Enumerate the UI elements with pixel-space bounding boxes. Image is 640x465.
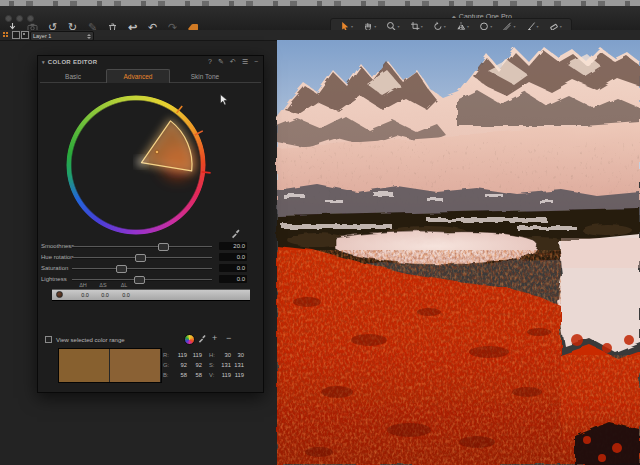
selection-color-swatch[interactable] <box>56 291 63 298</box>
chevron-down-icon: ▾ <box>444 24 446 29</box>
readout-row: B: 58 58 V: 119 119 <box>163 370 258 380</box>
readout-value: 131 <box>231 362 244 368</box>
remove-selection-button[interactable]: − <box>226 333 231 343</box>
eyedropper-icon[interactable] <box>198 334 206 343</box>
slider-value[interactable]: 0.0 <box>219 253 247 261</box>
slider-value[interactable]: 0.0 <box>219 264 247 272</box>
chevron-down-icon: ▾ <box>467 24 469 29</box>
panel-title: COLOR EDITOR <box>48 59 98 65</box>
panel-header-icons: ? ✎ ↶ ☰ − <box>208 58 258 65</box>
chevron-down-icon: ▾ <box>560 24 562 29</box>
tab-advanced[interactable]: Advanced <box>106 69 170 83</box>
delta-s-header: ΔS <box>96 282 110 288</box>
pick-color-eyedropper-icon[interactable] <box>231 229 240 238</box>
slider-handle[interactable] <box>158 243 169 251</box>
collapse-icon[interactable]: − <box>254 58 258 65</box>
readout-row: G: 92 92 S: 131 131 <box>163 360 258 370</box>
image-viewer <box>277 40 640 465</box>
delta-l-value: 0.0 <box>119 292 133 298</box>
compare-view-icon[interactable] <box>21 31 29 39</box>
single-view-icon[interactable] <box>12 31 20 39</box>
readout-value: 131 <box>218 362 231 368</box>
chevron-down-icon: ▾ <box>513 24 515 29</box>
color-wheel[interactable] <box>66 95 206 235</box>
color-readout: R: 119 119 H: 30 30 G: 92 92 S: 131 131 … <box>163 350 258 380</box>
panel-title-group: ▾ COLOR EDITOR <box>42 59 97 65</box>
delta-s-value: 0.0 <box>98 292 112 298</box>
readout-label: R: <box>163 352 172 358</box>
readout-value: 119 <box>172 352 187 358</box>
readout-row: R: 119 119 H: 30 30 <box>163 350 258 360</box>
readout-value: 30 <box>231 352 244 358</box>
readout-label: G: <box>163 362 172 368</box>
readout-label: B: <box>163 372 172 378</box>
slider-value[interactable]: 0.0 <box>219 275 247 283</box>
readout-value: 92 <box>187 362 202 368</box>
readout-value: 58 <box>187 372 202 378</box>
chevron-down-icon: ▾ <box>537 24 539 29</box>
slider-label: Saturation <box>41 265 68 271</box>
grid-view-icon[interactable] <box>3 32 5 34</box>
layer-selector[interactable]: Layer 1 <box>30 31 94 41</box>
tab-basic[interactable]: Basic <box>40 70 106 82</box>
chevron-down-icon: ▾ <box>374 24 376 29</box>
readout-label: V: <box>209 372 218 378</box>
swatch-after <box>110 349 160 382</box>
photo-canvas[interactable] <box>277 40 640 465</box>
disclosure-icon[interactable]: ▾ <box>42 59 45 65</box>
slider-handle[interactable] <box>134 276 145 284</box>
hue-ring[interactable] <box>66 95 206 235</box>
chevron-down-icon: ▾ <box>421 24 423 29</box>
view-range-checkbox[interactable] <box>45 336 52 343</box>
slider-row-lightness: Lightness 0.0 <box>38 275 263 284</box>
chevron-down-icon: ▾ <box>351 24 353 29</box>
delta-l-header: ΔL <box>117 282 131 288</box>
readout-value: 30 <box>218 352 231 358</box>
slider-row-saturation: Saturation 0.0 <box>38 264 263 273</box>
add-selection-button[interactable]: + <box>212 333 217 343</box>
layer-selector-value: Layer 1 <box>33 33 51 39</box>
readout-value: 119 <box>218 372 231 378</box>
compare-view-dot <box>23 33 25 35</box>
readout-label: H: <box>209 352 218 358</box>
tab-skin-tone[interactable]: Skin Tone <box>170 70 240 82</box>
slider-track[interactable] <box>72 268 212 270</box>
before-after-swatches <box>58 348 162 383</box>
color-editor-panel: ▾ COLOR EDITOR ? ✎ ↶ ☰ − Basic Advanced … <box>37 55 264 393</box>
swatch-before <box>59 349 110 382</box>
slider-handle[interactable] <box>135 254 146 262</box>
readout-value: 119 <box>231 372 244 378</box>
view-range-label: View selected color range <box>56 337 125 343</box>
menu-icon[interactable]: ☰ <box>242 58 248 65</box>
slider-track[interactable] <box>72 279 212 281</box>
slider-track[interactable] <box>72 246 212 248</box>
help-icon[interactable]: ? <box>208 58 212 65</box>
title-bar: ◆ Capture One Pro ↺ ↻ ✎ ↩ ↶ ↷ <box>0 6 640 30</box>
readout-value: 92 <box>172 362 187 368</box>
slider-track[interactable] <box>72 257 212 259</box>
pen-icon[interactable]: ✎ <box>218 58 224 65</box>
slider-label: Lightness <box>41 276 67 282</box>
slider-label: Hue rotation <box>41 254 74 260</box>
color-selection-row[interactable]: 0.0 0.0 0.0 <box>52 289 250 301</box>
capture-one-window: ◆ Capture One Pro ↺ ↻ ✎ ↩ ↶ ↷ <box>0 0 640 465</box>
chevron-down-icon: ▾ <box>490 24 492 29</box>
slider-row-hue-rotation: Hue rotation 0.0 <box>38 253 263 262</box>
reset-icon[interactable]: ↶ <box>230 58 236 65</box>
readout-label: S: <box>209 362 218 368</box>
slider-value[interactable]: 20.0 <box>219 242 247 250</box>
slider-row-smoothness: Smoothness 20.0 <box>38 242 263 251</box>
delta-h-value: 0.0 <box>78 292 92 298</box>
slider-label: Smoothness <box>41 243 74 249</box>
chevron-down-icon: ▾ <box>397 24 399 29</box>
readout-value: 119 <box>187 352 202 358</box>
stepper-icon <box>87 34 91 39</box>
color-wheel-mini-icon[interactable] <box>184 334 195 345</box>
readout-value: 58 <box>172 372 187 378</box>
slider-handle[interactable] <box>116 265 127 273</box>
delta-h-header: ΔH <box>76 282 90 288</box>
